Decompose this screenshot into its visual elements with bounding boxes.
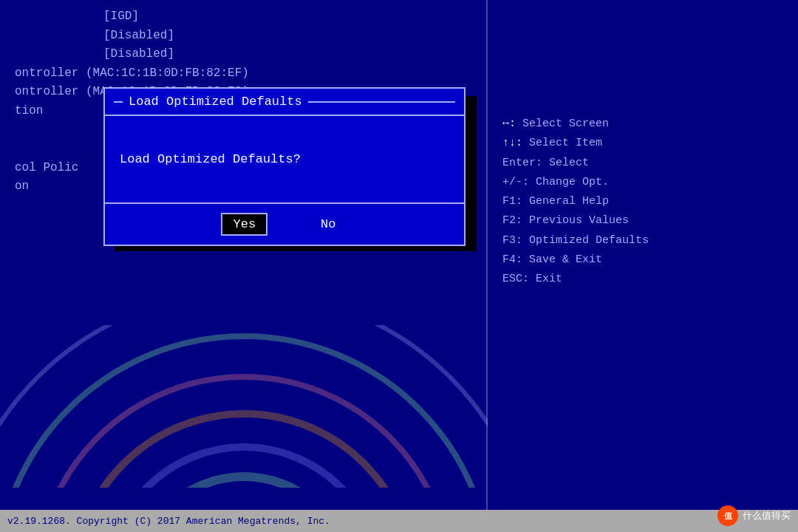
dialog-title: Load Optimized Defaults: [105, 89, 464, 116]
watermark-label: 什么值得买: [743, 509, 791, 522]
arrow-icon-ud: ↑↓:: [502, 137, 522, 149]
help-f1: F1: General Help: [502, 192, 783, 211]
left-panel: [IGD] [Disabled] [Disabled] ontroller (M…: [0, 0, 488, 510]
help-f3: F3: Optimized Defaults: [502, 231, 783, 250]
menu-item-disabled-2: [Disabled]: [15, 45, 471, 64]
dialog-buttons: Yes No: [105, 202, 464, 245]
svg-point-2: [137, 477, 351, 488]
watermark-icon: 值: [717, 505, 738, 526]
wave-decoration: [0, 325, 488, 488]
menu-item-disabled-1: [Disabled]: [15, 27, 471, 46]
svg-point-3: [107, 447, 381, 488]
menu-item-controller-1: ontroller (MAC:1C:1B:0D:FB:82:EF): [15, 64, 471, 83]
bios-screen: [IGD] [Disabled] [Disabled] ontroller (M…: [0, 0, 798, 532]
load-defaults-dialog: Load Optimized Defaults Load Optimized D…: [103, 87, 466, 246]
dialog-body: Load Optimized Defaults?: [105, 116, 464, 202]
yes-button[interactable]: Yes: [222, 214, 266, 234]
bios-main: [IGD] [Disabled] [Disabled] ontroller (M…: [0, 0, 798, 510]
arrow-icon-lr: ↔:: [502, 117, 516, 130]
bottom-bar-text: v2.19.1268. Copyright (C) 2017 American …: [7, 516, 330, 527]
svg-point-5: [37, 377, 451, 488]
help-f4: F4: Save & Exit: [502, 250, 783, 270]
help-select-screen: ↔: Select Screen: [502, 115, 783, 134]
help-enter-select: Enter: Select: [502, 154, 783, 173]
help-esc: ESC: Exit: [502, 270, 783, 289]
bottom-bar: v2.19.1268. Copyright (C) 2017 American …: [0, 510, 798, 532]
help-select-item-label: Select Item: [529, 137, 602, 149]
help-select-screen-label: Select Screen: [522, 117, 609, 130]
no-button[interactable]: No: [310, 214, 346, 234]
help-items: ↔: Select Screen ↑↓: Select Item Enter: …: [502, 115, 783, 289]
help-change-opt: +/-: Change Opt.: [502, 173, 783, 192]
help-select-item: ↑↓: Select Item: [502, 134, 783, 153]
watermark: 值 什么值得买: [717, 505, 791, 526]
help-f2: F2: Previous Values: [502, 211, 783, 231]
dialog-question: Load Optimized Defaults?: [120, 152, 301, 166]
right-panel: ↔: Select Screen ↑↓: Select Item Enter: …: [488, 0, 798, 510]
menu-item-igd: [IGD]: [15, 7, 471, 27]
